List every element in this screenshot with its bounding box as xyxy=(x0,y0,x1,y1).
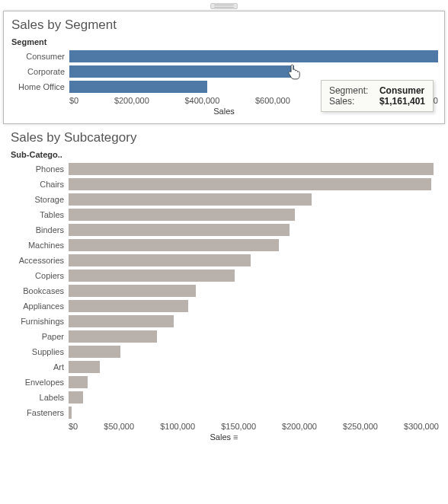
bar-row[interactable]: Accessories xyxy=(9,253,439,268)
bar-row[interactable]: Chairs xyxy=(9,177,439,192)
bar-row[interactable]: Furnishings xyxy=(9,314,439,329)
bar-track xyxy=(69,346,439,358)
row-label: Storage xyxy=(9,195,69,204)
bar-track xyxy=(69,224,439,236)
bar[interactable] xyxy=(69,178,431,190)
bar-row[interactable]: Copiers xyxy=(9,268,439,283)
row-label: Chairs xyxy=(9,180,69,189)
bar-row[interactable]: Tables xyxy=(9,207,439,222)
bar-corporate[interactable] xyxy=(69,65,294,78)
bar[interactable] xyxy=(69,376,88,388)
pointer-cursor-icon xyxy=(287,63,301,80)
row-label: Machines xyxy=(9,241,69,250)
bar-track xyxy=(69,285,439,297)
bar-track xyxy=(69,254,439,266)
tick: $200,000 xyxy=(114,96,149,105)
bar-row[interactable]: Storage xyxy=(9,192,439,207)
bar-row[interactable]: Machines xyxy=(9,238,439,253)
row-label: Corporate xyxy=(10,67,69,76)
subcategory-column-header: Sub-Catego.. xyxy=(11,150,439,159)
tooltip-key: Segment: xyxy=(329,85,375,96)
row-label: Copiers xyxy=(9,271,69,280)
tick: $600,000 xyxy=(255,96,290,105)
bar[interactable] xyxy=(69,407,72,419)
sales-by-segment-panel: Sales by Segment Segment Consumer Corpor… xyxy=(3,11,445,124)
bar[interactable] xyxy=(69,209,295,221)
row-label: Fasteners xyxy=(9,408,69,417)
bar-row[interactable]: Fasteners xyxy=(9,405,439,420)
row-label: Supplies xyxy=(9,347,69,356)
bar-row[interactable]: Supplies xyxy=(9,344,439,359)
bar[interactable] xyxy=(69,300,188,312)
bar-row[interactable]: Appliances xyxy=(9,298,439,314)
tick: $50,000 xyxy=(104,422,134,431)
bar-row[interactable]: Labels xyxy=(9,390,439,405)
bar-row-corporate[interactable]: Corporate xyxy=(10,64,438,79)
bar-row[interactable]: Bookcases xyxy=(9,283,439,298)
row-label: Accessories xyxy=(9,256,69,265)
bar-row-consumer[interactable]: Consumer xyxy=(10,49,438,64)
panel-drag-handle[interactable] xyxy=(210,3,238,9)
bar[interactable] xyxy=(69,391,83,404)
subcategory-bars-container: PhonesChairsStorageTablesBindersMachines… xyxy=(9,161,439,420)
bar[interactable] xyxy=(69,361,100,373)
bar[interactable] xyxy=(69,254,251,266)
tick: $400,000 xyxy=(184,96,219,105)
tick: $0 xyxy=(69,96,78,105)
row-label: Labels xyxy=(9,393,69,402)
bar-row[interactable]: Envelopes xyxy=(9,375,439,390)
bar-track xyxy=(69,50,438,62)
bar-track xyxy=(69,315,439,327)
bar-row[interactable]: Art xyxy=(9,359,439,375)
hover-tooltip: Segment: Consumer Sales: $1,161,401 xyxy=(321,80,434,112)
bar[interactable] xyxy=(69,285,196,297)
bar-track xyxy=(69,193,439,206)
x-axis-label-subcategory[interactable]: Sales xyxy=(9,432,439,442)
row-label: Consumer xyxy=(10,52,69,61)
tick: $300,000 xyxy=(404,422,439,431)
bar-track xyxy=(69,361,439,373)
row-label: Binders xyxy=(9,225,69,234)
row-label: Envelopes xyxy=(9,378,69,387)
bar[interactable] xyxy=(69,270,235,282)
axis-label-text: Sales xyxy=(210,432,231,442)
tick: $150,000 xyxy=(221,422,256,431)
tooltip-key: Sales: xyxy=(329,96,375,107)
tick: $0 xyxy=(69,422,78,431)
row-label: Paper xyxy=(9,332,69,341)
bar-track xyxy=(69,300,439,312)
bar-track xyxy=(69,391,439,404)
bar[interactable] xyxy=(69,224,290,236)
row-label: Phones xyxy=(9,164,69,174)
bar[interactable] xyxy=(69,315,174,327)
sales-by-subcategory-panel: Sales by Subcategory Sub-Catego.. Phones… xyxy=(3,124,445,449)
bar[interactable] xyxy=(69,163,434,175)
bar-track xyxy=(69,178,439,190)
row-label: Art xyxy=(9,362,69,372)
bar-row[interactable]: Phones xyxy=(9,161,439,177)
row-label: Tables xyxy=(9,210,69,219)
bar-row[interactable]: Binders xyxy=(9,222,439,238)
x-axis-subcategory: $0 $50,000 $100,000 $150,000 $200,000 $2… xyxy=(9,422,439,431)
tick: $250,000 xyxy=(343,422,378,431)
chart-title-segment: Sales by Segment xyxy=(11,18,438,33)
bar-row[interactable]: Paper xyxy=(9,329,439,344)
bar-track xyxy=(69,270,439,282)
bar-track xyxy=(69,376,439,388)
bar-track xyxy=(69,239,439,251)
bar-home-office[interactable] xyxy=(69,81,207,93)
bar-track xyxy=(69,163,439,175)
row-label: Home Office xyxy=(10,82,69,91)
bar[interactable] xyxy=(69,330,157,343)
bar[interactable] xyxy=(69,239,279,251)
bar[interactable] xyxy=(69,193,312,206)
bar-track xyxy=(69,65,438,78)
bar-consumer[interactable] xyxy=(69,50,438,62)
tooltip-value: $1,161,401 xyxy=(379,96,425,107)
bar-track xyxy=(69,209,439,221)
tick: $100,000 xyxy=(160,422,195,431)
bar-track xyxy=(69,407,439,419)
bar[interactable] xyxy=(69,346,120,358)
chart-title-subcategory: Sales by Subcategory xyxy=(11,130,439,145)
bar-track xyxy=(69,330,439,343)
